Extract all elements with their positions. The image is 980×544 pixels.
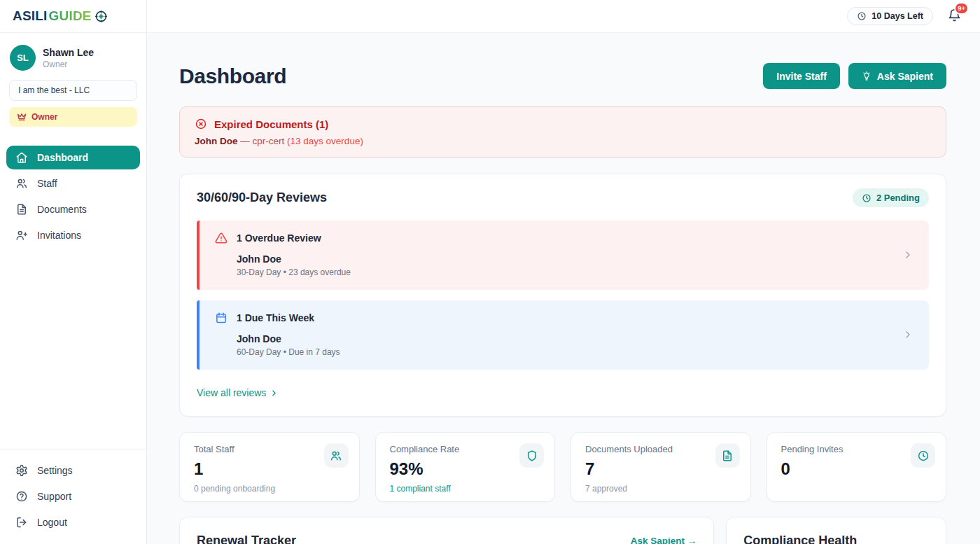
- sidebar-item-documents[interactable]: Documents: [6, 197, 140, 221]
- alert-person: John Doe: [195, 136, 238, 146]
- stat-icon-box: [324, 443, 349, 468]
- review-person-detail: 60-Day Day • Due in 7 days: [237, 347, 340, 357]
- notifications-button[interactable]: 9+: [947, 8, 962, 25]
- stat-label: Pending Invites: [781, 444, 932, 454]
- sidebar: ASILI GUIDE SL Shawn Lee Owner I am the …: [0, 0, 147, 544]
- overdue-review-content: 1 Overdue Review John Doe 30-Day Day • 2…: [215, 232, 351, 277]
- gear-icon: [15, 464, 28, 477]
- overdue-review-row[interactable]: 1 Overdue Review John Doe 30-Day Day • 2…: [197, 221, 929, 290]
- sidebar-item-dashboard[interactable]: Dashboard: [6, 146, 140, 169]
- avatar: SL: [10, 45, 36, 71]
- stat-icon-box: [715, 443, 740, 468]
- renewal-tracker-header: Renewal Tracker Ask Sapient →: [197, 533, 696, 544]
- stat-subtext: 1 compliant staff: [390, 484, 541, 494]
- stat-subtext: 0 pending onboarding: [194, 484, 345, 494]
- shield-icon: [526, 449, 538, 462]
- chevron-right-icon: [270, 389, 279, 398]
- overdue-review-heading-row: 1 Overdue Review: [215, 232, 351, 244]
- stat-card-pending-invites[interactable]: Pending Invites 0: [766, 432, 947, 502]
- stat-value: 7: [585, 459, 736, 479]
- crown-icon: [17, 112, 27, 122]
- home-icon: [15, 151, 28, 164]
- chevron-right-icon: [902, 329, 913, 340]
- main-area: 10 Days Left 9+ Dashboard Invite Staff: [147, 0, 980, 544]
- sidebar-item-logout[interactable]: Logout: [6, 510, 140, 534]
- sidebar-item-label: Documents: [37, 204, 87, 215]
- review-person-name: John Doe: [237, 333, 340, 344]
- ask-sapient-button[interactable]: Ask Sapient: [848, 63, 946, 89]
- sidebar-item-support[interactable]: Support: [6, 484, 140, 508]
- lightbulb-icon: [862, 71, 872, 81]
- stat-card-documents-uploaded[interactable]: Documents Uploaded 7 7 approved: [570, 432, 751, 502]
- sidebar-item-label: Staff: [37, 178, 57, 189]
- pending-badge-label: 2 Pending: [876, 193, 920, 203]
- stat-icon-box: [519, 443, 544, 468]
- page-header: Dashboard Invite Staff Ask Sapient: [179, 63, 946, 89]
- reviews-card-header: 30/60/90-Day Reviews 2 Pending: [197, 188, 929, 207]
- stat-card-compliance-rate[interactable]: Compliance Rate 93% 1 compliant staff: [375, 432, 556, 502]
- compass-icon: [94, 10, 108, 23]
- sidebar-item-label: Logout: [37, 517, 67, 528]
- stat-label: Documents Uploaded: [585, 444, 736, 454]
- logout-icon: [15, 516, 28, 529]
- overdue-review-heading: 1 Overdue Review: [237, 232, 321, 244]
- due-review-heading-row: 1 Due This Week: [215, 312, 340, 324]
- view-all-reviews-label: View all reviews: [197, 387, 266, 398]
- sidebar-item-label: Support: [37, 491, 71, 502]
- stat-value: 93%: [390, 459, 541, 479]
- review-person-detail: 30-Day Day • 23 days overdue: [237, 267, 351, 277]
- alert-dash: —: [240, 136, 250, 146]
- invite-staff-button[interactable]: Invite Staff: [763, 63, 840, 89]
- sidebar-nav: Dashboard Staff Documents Invitations: [0, 146, 146, 247]
- sidebar-spacer: [0, 247, 146, 449]
- compliance-health-card: Compliance Health: [726, 517, 946, 544]
- role-badge: Owner: [9, 107, 137, 127]
- x-circle-icon: [195, 118, 207, 130]
- due-review-person: John Doe 60-Day Day • Due in 7 days: [237, 333, 340, 357]
- ask-sapient-link[interactable]: Ask Sapient →: [631, 536, 697, 544]
- stat-subtext: 7 approved: [585, 484, 736, 494]
- sidebar-item-label: Settings: [37, 465, 73, 476]
- company-select[interactable]: I am the best - LLC: [9, 80, 137, 101]
- role-badge-label: Owner: [31, 112, 57, 122]
- stat-value: 0: [781, 459, 932, 479]
- sidebar-item-staff[interactable]: Staff: [6, 172, 140, 195]
- alert-detail-line: John Doe — cpr-cert (13 days overdue): [195, 136, 931, 146]
- alert-overdue-note: (13 days overdue): [287, 136, 363, 146]
- trial-days-badge[interactable]: 10 Days Left: [847, 7, 933, 25]
- stat-card-total-staff[interactable]: Total Staff 1 0 pending onboarding: [179, 432, 360, 502]
- clock-icon: [857, 11, 867, 21]
- stat-value: 1: [194, 459, 345, 479]
- reviews-title: 30/60/90-Day Reviews: [197, 190, 327, 205]
- users-icon: [330, 449, 342, 462]
- alert-title-row: Expired Documents (1): [195, 118, 931, 130]
- header-actions: Invite Staff Ask Sapient: [763, 63, 946, 89]
- page-title: Dashboard: [179, 64, 286, 88]
- due-review-content: 1 Due This Week John Doe 60-Day Day • Du…: [215, 312, 340, 357]
- stats-grid: Total Staff 1 0 pending onboarding Compl…: [179, 432, 946, 502]
- reviews-card: 30/60/90-Day Reviews 2 Pending 1 Overdue…: [179, 174, 946, 417]
- dashboard-content: Dashboard Invite Staff Ask Sapient: [147, 33, 980, 544]
- compliance-health-title: Compliance Health: [743, 533, 929, 544]
- brand-name-primary: ASILI: [13, 8, 48, 24]
- stat-label: Total Staff: [194, 444, 345, 454]
- sidebar-item-invitations[interactable]: Invitations: [6, 223, 140, 247]
- invite-staff-label: Invite Staff: [776, 71, 827, 82]
- brand-logo[interactable]: ASILI GUIDE: [0, 0, 146, 33]
- due-review-heading: 1 Due This Week: [237, 312, 314, 323]
- stat-icon-box: [911, 443, 935, 468]
- calendar-icon: [215, 312, 227, 324]
- view-all-reviews-link[interactable]: View all reviews: [197, 387, 279, 398]
- review-person-name: John Doe: [237, 253, 351, 265]
- topbar: 10 Days Left 9+: [147, 0, 980, 33]
- alert-title: Expired Documents (1): [214, 118, 328, 130]
- user-plus-icon: [15, 229, 28, 242]
- due-review-row[interactable]: 1 Due This Week John Doe 60-Day Day • Du…: [197, 300, 929, 370]
- ask-sapient-label: Ask Sapient: [877, 71, 933, 82]
- expired-documents-alert[interactable]: Expired Documents (1) John Doe — cpr-cer…: [179, 106, 946, 158]
- brand-name-secondary: GUIDE: [49, 8, 92, 24]
- sidebar-item-settings[interactable]: Settings: [6, 459, 140, 482]
- profile-role: Owner: [43, 60, 94, 69]
- alert-triangle-icon: [215, 232, 227, 244]
- alert-document: cpr-cert: [253, 136, 285, 146]
